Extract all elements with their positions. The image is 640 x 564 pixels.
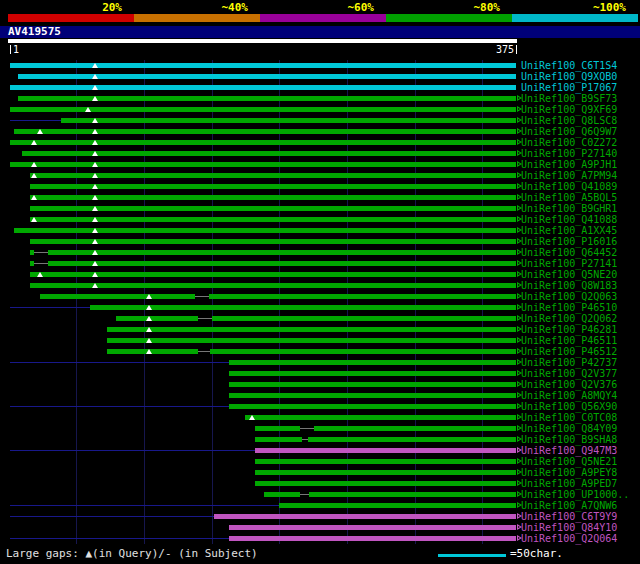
alignment-bar[interactable] [255,448,516,453]
hit-label[interactable]: UniRef100_Q2Q063 [521,291,617,302]
hit-label[interactable]: UniRef100_Q5NE21 [521,456,617,467]
alignment-bar[interactable] [107,349,516,354]
hit-label[interactable]: UniRef100_Q2V376 [521,379,617,390]
alignment-bar[interactable] [30,195,516,200]
alignment-bar[interactable] [229,371,516,376]
hit-label[interactable]: UniRef100_Q84Y09 [521,423,617,434]
query-gap-marker [92,118,98,123]
alignment-bar[interactable] [30,250,516,255]
alignment-bar[interactable] [30,239,516,244]
alignment-row: UniRef100_Q2Q063 [0,291,640,302]
hit-label[interactable]: UniRef100_Q41089 [521,181,617,192]
alignment-bar[interactable] [229,393,516,398]
alignment-bar[interactable] [14,129,516,134]
hit-label[interactable]: UniRef100_Q64452 [521,247,617,258]
alignment-bar[interactable] [30,261,516,266]
hit-label[interactable]: UniRef100_C0Z272 [521,137,617,148]
hit-label[interactable]: UniRef100_C0TC08 [521,412,617,423]
alignment-bar[interactable] [229,360,516,365]
hit-label[interactable]: UniRef100_Q9XF69 [521,104,617,115]
alignment-bar[interactable] [14,228,516,233]
hit-label[interactable]: UniRef100_A9PJH1 [521,159,617,170]
hit-label[interactable]: UniRef100_P46281 [521,324,617,335]
hit-label[interactable]: UniRef100_A9PEY8 [521,467,617,478]
scale-segment [260,14,386,22]
hit-label[interactable]: UniRef100_C6T9Y9 [521,511,617,522]
alignment-bar[interactable] [245,415,516,420]
hit-label[interactable]: UniRef100_P27140 [521,148,617,159]
alignment-bar[interactable] [229,382,516,387]
hit-label[interactable]: UniRef100_Q2V377 [521,368,617,379]
alignment-bar[interactable] [30,217,516,222]
alignment-bar[interactable] [30,283,516,288]
subject-extension-line [10,538,229,539]
alignment-bar[interactable] [30,272,516,277]
hit-label[interactable]: UniRef100_B9GHR1 [521,203,617,214]
subject-extension-line [10,120,61,121]
hit-label[interactable]: UniRef100_Q2Q062 [521,313,617,324]
hit-label[interactable]: UniRef100_A5BQL5 [521,192,617,203]
query-gap-marker [85,107,91,112]
query-gap-marker [31,217,37,222]
hit-label[interactable]: UniRef100_A7PM94 [521,170,617,181]
hit-label[interactable]: UniRef100_P46511 [521,335,617,346]
alignment-bar[interactable] [255,481,516,486]
query-gap-marker [146,305,152,310]
query-gap-marker [92,261,98,266]
alignment-bar[interactable] [255,459,516,464]
hit-label[interactable]: UniRef100_A8MQY4 [521,390,617,401]
hit-label[interactable]: UniRef100_B9SF73 [521,93,617,104]
hit-label[interactable]: UniRef100_Q8LSC8 [521,115,617,126]
alignment-bar[interactable] [30,184,516,189]
hit-label[interactable]: UniRef100_UP1000.. [521,489,629,500]
alignment-bar[interactable] [229,525,516,530]
hit-label[interactable]: UniRef100_Q41088 [521,214,617,225]
alignment-bar[interactable] [255,426,516,431]
alignment-row: UniRef100_Q9XF69 [0,104,640,115]
ruler-tick-end [516,45,517,54]
hit-label[interactable]: UniRef100_B9SHA8 [521,434,617,445]
hit-label[interactable]: UniRef100_P46512 [521,346,617,357]
alignment-bar[interactable] [279,503,516,508]
alignment-bar[interactable] [229,404,516,409]
hit-label[interactable]: UniRef100_Q5NE20 [521,269,617,280]
hit-label[interactable]: UniRef100_Q84Y10 [521,522,617,533]
alignment-bar[interactable] [107,338,516,343]
alignment-bar[interactable] [40,294,516,299]
alignment-bar[interactable] [30,206,516,211]
alignment-row: UniRef100_B9SF73 [0,93,640,104]
query-gap-marker [31,173,37,178]
hit-label[interactable]: UniRef100_P46510 [521,302,617,313]
hit-label[interactable]: UniRef100_P16016 [521,236,617,247]
hit-label[interactable]: UniRef100_A7QNW6 [521,500,617,511]
hit-label[interactable]: UniRef100_A9PED7 [521,478,617,489]
hit-label[interactable]: UniRef100_P42737 [521,357,617,368]
alignment-bar[interactable] [10,140,516,145]
alignment-bar[interactable] [255,437,516,442]
alignment-row: UniRef100_Q8LSC8 [0,115,640,126]
alignment-bar[interactable] [214,514,516,519]
hit-label[interactable]: UniRef100_P27141 [521,258,617,269]
hit-label[interactable]: UniRef100_C6T1S4 [521,60,617,71]
alignment-bar[interactable] [10,85,516,90]
hit-label[interactable]: UniRef100_Q2Q064 [521,533,617,544]
hit-label[interactable]: UniRef100_A1XX45 [521,225,617,236]
query-gap-marker [92,272,98,277]
alignment-row: UniRef100_P27141 [0,258,640,269]
hit-label[interactable]: UniRef100_Q6Q9W7 [521,126,617,137]
hit-label[interactable]: UniRef100_Q8W183 [521,280,617,291]
hit-label[interactable]: UniRef100_Q947M3 [521,445,617,456]
alignment-bar[interactable] [30,173,516,178]
alignment-bar[interactable] [10,162,516,167]
alignment-bar[interactable] [229,536,516,541]
alignment-bar[interactable] [107,327,516,332]
alignment-bar[interactable] [116,316,516,321]
large-gaps-note: Large gaps: ▲(in Query)/- (in Subject) [6,547,258,560]
alignment-bar[interactable] [90,305,516,310]
hit-label[interactable]: UniRef100_Q9XQB0 [521,71,617,82]
hit-label[interactable]: UniRef100_Q56X90 [521,401,617,412]
alignment-bar[interactable] [61,118,516,123]
hit-label[interactable]: UniRef100_P17067 [521,82,617,93]
alignment-bar[interactable] [10,63,516,68]
alignment-bar[interactable] [255,470,516,475]
